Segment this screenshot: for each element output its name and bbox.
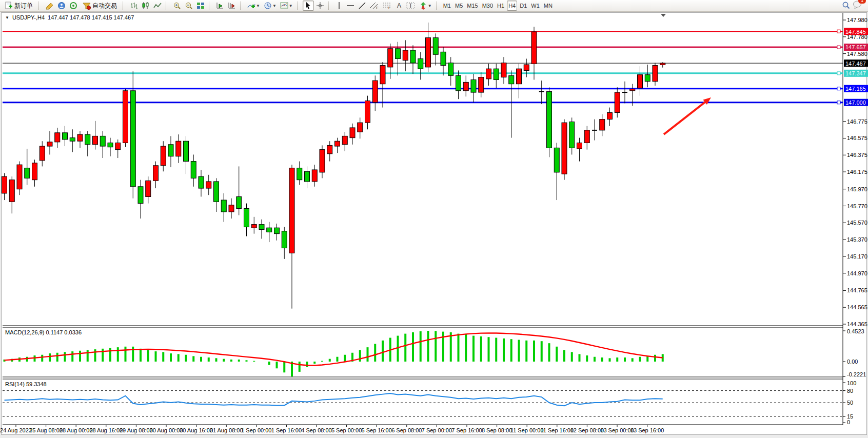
candle-bull [630, 89, 635, 91]
notifications[interactable]: 1 [853, 0, 863, 11]
price-badge-label: 147.845 [845, 29, 866, 35]
time-tick-label: 1 Sep 00:00 [241, 427, 271, 433]
toolbar: 新订单 自动交易 ▼ ▼ ▼ E F A T ▼ M1M5M15M30H1H4D… [0, 0, 868, 12]
price-badge-label: 147.347 [845, 70, 866, 76]
candle-bull [600, 120, 605, 130]
chart-shift-marker[interactable] [661, 14, 666, 17]
candle-bull [327, 145, 332, 153]
search-button[interactable] [840, 1, 852, 11]
zoom-out-button[interactable] [183, 1, 194, 11]
candle-bear [214, 182, 219, 202]
candle-bear [236, 196, 242, 208]
candle-bull [403, 50, 408, 61]
chart-shift-button[interactable] [226, 1, 238, 11]
text-label-icon: T [406, 2, 416, 10]
crayon-button[interactable] [44, 1, 55, 11]
fibonacci-tool[interactable]: F [381, 1, 393, 11]
new-order-button[interactable]: 新订单 [2, 1, 36, 11]
price-badge-label: 147.165 [845, 86, 866, 92]
price-tick-label: 145.570 [847, 220, 867, 226]
community-button[interactable] [56, 1, 67, 11]
trendline-tool[interactable] [357, 1, 368, 11]
price-badge-label: 147.000 [845, 99, 866, 106]
indicators-button[interactable]: ▼ [246, 1, 262, 11]
cursor-tool-button[interactable] [303, 1, 314, 11]
candlestick-chart-icon [142, 2, 150, 10]
candle-bull [335, 141, 340, 146]
candle-bull [380, 66, 385, 84]
horizontal-line-tool[interactable] [345, 1, 356, 11]
svg-text:A: A [397, 2, 401, 9]
line-chart-button[interactable] [152, 1, 163, 11]
dropdown-caret: ▼ [428, 4, 432, 8]
periods-button[interactable]: ▼ [262, 1, 278, 11]
price-tick-label: 145.970 [847, 186, 867, 192]
timeframe-m30[interactable]: M30 [481, 1, 495, 11]
vertical-line-tool[interactable] [334, 1, 344, 11]
candle-bear [645, 75, 650, 82]
timeframe-mn[interactable]: MN [542, 1, 554, 11]
candle-bull [653, 66, 658, 82]
candle-bear [418, 58, 423, 69]
candle-bull [365, 101, 370, 123]
line-handle[interactable] [837, 87, 840, 90]
crayon-icon [46, 2, 54, 10]
time-tick-label: 5 Sep 00:00 [331, 427, 362, 433]
line-handle[interactable] [837, 30, 840, 33]
timeframe-h1[interactable]: H1 [496, 1, 506, 11]
toolbar-grip [436, 2, 440, 10]
timeframe-d1[interactable]: D1 [518, 1, 528, 11]
candle-bull [146, 181, 151, 196]
line-handle[interactable] [837, 46, 840, 49]
candlestick-chart-button[interactable] [140, 1, 151, 11]
new-order-label: 新订单 [14, 2, 33, 10]
chart-title: ▼ USDJPY-,H4 147.447 147.478 147.415 147… [5, 14, 134, 21]
candle-bear [221, 200, 226, 212]
toolbar-grip [240, 2, 244, 10]
price-tick-label: 144.970 [847, 270, 867, 276]
zoom-in-button[interactable] [171, 1, 183, 11]
timeframe-h4[interactable]: H4 [507, 1, 517, 11]
rsi-indicator-label: RSI(14) 59.3348 [5, 381, 47, 387]
candle-bull [9, 180, 14, 202]
tile-windows-button[interactable] [195, 1, 206, 11]
line-handle[interactable] [837, 101, 840, 104]
collapse-icon[interactable]: ▼ [5, 15, 9, 20]
candle-bear [410, 50, 416, 63]
candle-bull [517, 69, 522, 84]
candle-bull [584, 130, 589, 143]
timeframe-m5[interactable]: M5 [453, 1, 464, 11]
candle-bull [153, 166, 159, 181]
toolbar-grip [166, 2, 169, 10]
crosshair-tool-button[interactable] [314, 1, 326, 11]
candle-bull [229, 205, 234, 212]
bar-chart-button[interactable] [128, 1, 140, 11]
time-tick-label: 30 Aug 16:00 [180, 427, 213, 433]
arrows-icon [419, 2, 427, 10]
signal-button[interactable] [68, 1, 79, 11]
arrows-tool[interactable]: ▼ [418, 1, 433, 11]
rsi-tick-label: 0 [847, 419, 850, 425]
toolbar-grip [297, 2, 301, 10]
timeframe-m1[interactable]: M1 [442, 1, 452, 11]
channel-tool[interactable]: E [368, 1, 381, 11]
candle-bull [638, 75, 643, 88]
timeframe-m15[interactable]: M15 [465, 1, 479, 11]
zoom-out-icon [185, 2, 193, 10]
auto-scroll-button[interactable] [214, 1, 226, 11]
candle-bear [441, 52, 446, 65]
text-label-tool[interactable]: T [405, 1, 417, 11]
timeframe-w1[interactable]: W1 [529, 1, 541, 11]
line-handle[interactable] [837, 72, 840, 75]
text-tool[interactable]: A [394, 1, 404, 11]
candle-bear [471, 79, 476, 92]
cursor-icon [304, 2, 312, 10]
community-icon [57, 2, 66, 10]
rsi-line [5, 393, 663, 406]
time-tick-label: 29 Aug 08:00 [120, 427, 153, 433]
autotrade-button[interactable]: 自动交易 [80, 1, 120, 11]
candle-bear [494, 69, 499, 79]
time-tick-label: 30 Aug 00:00 [150, 427, 183, 433]
candle-bull [372, 81, 378, 103]
templates-button[interactable]: ▼ [279, 1, 294, 11]
